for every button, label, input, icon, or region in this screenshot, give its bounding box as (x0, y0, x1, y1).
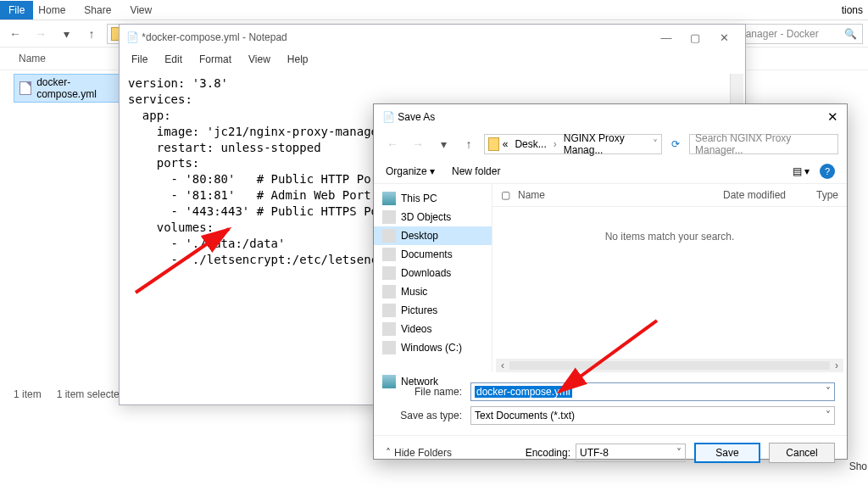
ribbon-tab-home[interactable]: Home (38, 4, 65, 16)
chevron-down-icon[interactable]: ˅ (676, 447, 682, 459)
sa-back[interactable]: ← (382, 137, 403, 151)
file-icon (19, 81, 31, 95)
menu-format[interactable]: Format (192, 52, 238, 67)
encoding-select[interactable]: UTF-8 ˅ (576, 444, 686, 462)
save-button[interactable]: Save (694, 443, 760, 463)
notepad-menu: File Edit Format View Help (120, 50, 745, 69)
col-name[interactable]: Name (509, 184, 715, 206)
recent-dropdown[interactable]: ▾ (56, 27, 76, 41)
chevron-down-icon[interactable]: ˅ (826, 386, 831, 398)
saveas-icon: 📄 (382, 111, 395, 123)
up-button[interactable]: ↑ (81, 27, 102, 41)
empty-message: No items match your search. (492, 231, 847, 243)
saveas-search[interactable]: Search NGINX Proxy Manager... (689, 134, 838, 154)
tree-item-label: Music (401, 286, 427, 298)
tree-item-label: Windows (C:) (401, 342, 462, 354)
clip-text: Sho (849, 460, 867, 472)
encoding-label: Encoding: (526, 447, 570, 459)
scroll-track[interactable] (509, 361, 830, 370)
encoding-value: UTF-8 (580, 447, 609, 459)
ribbon-tab-share[interactable]: Share (84, 4, 111, 16)
scroll-right-icon[interactable]: › (830, 360, 843, 371)
saveastype-select[interactable]: Text Documents (*.txt) ˅ (470, 406, 835, 425)
filename-input[interactable]: docker-compose.yml ˅ (470, 382, 835, 401)
filename-label: File name: (386, 386, 462, 398)
saveas-nav: ← → ▾ ↑ « Desk... › NGINX Proxy Manag...… (374, 130, 847, 159)
hide-folders-button[interactable]: ˄ Hide Folders (386, 447, 452, 459)
folder-icon (488, 137, 499, 151)
tree-item-videos[interactable]: Videos (374, 320, 492, 338)
col-type[interactable]: Type (808, 184, 847, 206)
file-row-selected[interactable]: docker-compose.yml (14, 74, 124, 103)
sa-crumb-2[interactable]: NGINX Proxy Manag... (560, 132, 646, 156)
back-button[interactable]: ← (5, 27, 25, 41)
sa-forward[interactable]: → (408, 137, 428, 151)
folder-icon (382, 341, 396, 354)
saveas-address-bar[interactable]: « Desk... › NGINX Proxy Manag... ˅ (484, 134, 662, 154)
scroll-left-icon[interactable]: ‹ (496, 360, 509, 371)
view-button[interactable]: ▤ ▾ (793, 165, 810, 177)
tree-item-label: This PC (401, 192, 437, 204)
saveas-hscroll[interactable]: ‹ › (496, 359, 843, 372)
col-date[interactable]: Date modified (715, 184, 808, 206)
ribbon-tab-view[interactable]: View (130, 4, 152, 16)
close-button[interactable]: ✕ (709, 31, 738, 44)
sa-recent[interactable]: ▾ (433, 137, 453, 151)
tree-item-music[interactable]: Music (374, 282, 492, 301)
saveas-toolbar: Organize ▾ New folder ▤ ▾ ? (374, 159, 847, 184)
sa-search-placeholder: Search NGINX Proxy Manager... (695, 132, 832, 156)
cancel-button[interactable]: Cancel (769, 443, 835, 463)
tree-item-pictures[interactable]: Pictures (374, 301, 492, 320)
menu-view[interactable]: View (242, 52, 277, 67)
menu-edit[interactable]: Edit (158, 52, 189, 67)
sa-refresh[interactable]: ⟳ (667, 138, 684, 150)
saveas-tree[interactable]: This PC3D ObjectsDesktopDocumentsDownloa… (374, 184, 492, 372)
tree-item-desktop[interactable]: Desktop (374, 226, 492, 245)
sa-crumb-1[interactable]: Desk... (511, 138, 549, 150)
checkbox-column[interactable]: ▢ (492, 184, 509, 206)
folder-icon (382, 210, 396, 224)
sa-up[interactable]: ↑ (459, 137, 479, 151)
search-icon: 🔍 (844, 28, 857, 40)
chevron-up-icon: ˄ (386, 447, 391, 459)
file-name: docker-compose.yml (36, 76, 118, 100)
maximize-button[interactable]: ▢ (681, 31, 709, 44)
organize-button[interactable]: Organize ▾ (386, 165, 435, 177)
folder-icon (382, 285, 396, 299)
saveas-close-button[interactable]: ✕ (827, 109, 838, 125)
folder-icon (382, 266, 396, 280)
help-icon[interactable]: ? (820, 164, 835, 179)
notepad-titlebar[interactable]: 📄 *docker-compose.yml - Notepad — ▢ ✕ (120, 25, 745, 50)
folder-icon (382, 192, 396, 205)
saveas-titlebar[interactable]: 📄 Save As ✕ (374, 104, 847, 130)
tree-item-label: Videos (401, 323, 431, 335)
tree-item-label: 3D Objects (401, 211, 451, 223)
saveas-list-header: ▢ Name Date modified Type (492, 184, 847, 207)
tree-item-3d-objects[interactable]: 3D Objects (374, 208, 492, 226)
tree-item-label: Desktop (401, 230, 438, 242)
menu-help[interactable]: Help (281, 52, 315, 67)
tree-item-downloads[interactable]: Downloads (374, 264, 492, 282)
ribbon-right-text: tions (842, 4, 868, 16)
folder-icon (382, 248, 396, 261)
save-as-dialog: 📄 Save As ✕ ← → ▾ ↑ « Desk... › NGINX Pr… (373, 103, 848, 460)
explorer-statusbar: 1 item 1 item selected (5, 385, 133, 404)
status-count: 1 item (14, 388, 42, 400)
tree-item-this-pc[interactable]: This PC (374, 189, 492, 208)
saveas-filelist[interactable]: ▢ Name Date modified Type No items match… (492, 184, 847, 372)
minimize-button[interactable]: — (652, 31, 681, 44)
folder-icon (382, 322, 396, 336)
forward-button[interactable]: → (31, 27, 51, 41)
tree-item-label: Downloads (401, 267, 451, 279)
tree-item-windows-c-[interactable]: Windows (C:) (374, 338, 492, 357)
filename-value: docker-compose.yml (475, 386, 572, 398)
saveastype-label: Save as type: (386, 410, 462, 421)
notepad-title: *docker-compose.yml - Notepad (142, 31, 287, 43)
tree-item-documents[interactable]: Documents (374, 245, 492, 264)
chevron-down-icon[interactable]: ˅ (826, 410, 831, 421)
ribbon-tab-file[interactable]: File (0, 1, 33, 20)
tree-item-label: Documents (401, 248, 453, 260)
new-folder-button[interactable]: New folder (452, 165, 500, 177)
menu-file[interactable]: File (125, 52, 154, 67)
tree-item-label: Pictures (401, 304, 437, 316)
